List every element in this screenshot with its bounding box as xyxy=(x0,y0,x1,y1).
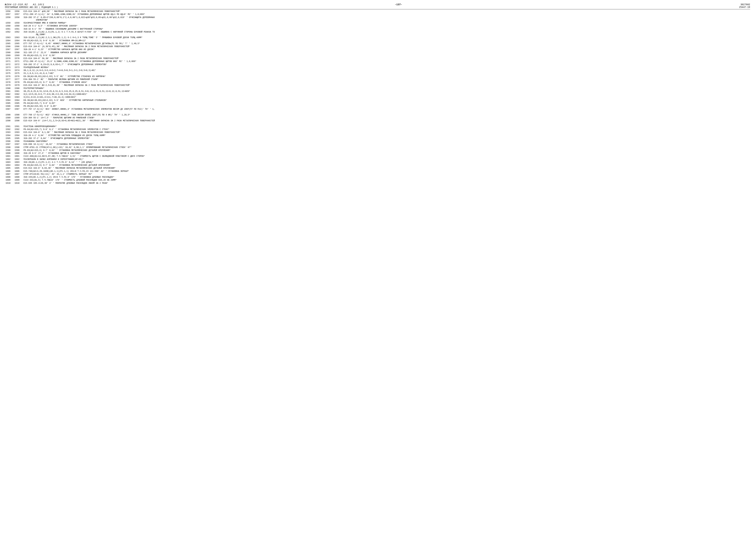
doc-name: А1.16t1 xyxy=(33,3,44,6)
row-content: С122-331(А1,5) Т.Ч.ТАБ16' 176' ' СТОИМОС… xyxy=(23,179,750,182)
table-row: 15801580П2#ТЕРРИСТОРНАЯ#* xyxy=(5,87,750,90)
row-content: Е15-614 164-8' (14+7,5),2,5+(0,03+0,05+Ф… xyxy=(23,119,750,125)
row-num1: 1594 xyxy=(5,134,14,137)
row-content: П2#КАБИНЫ САНУЗЛОВ#* xyxy=(23,140,750,143)
row-content: Е34-304 55-1' 14+7,5' ' ПОКРЫТИЕ ЩИТАМИ … xyxy=(23,116,750,119)
row-num1: 1574 xyxy=(5,69,14,72)
row-num2: 1557 xyxy=(14,13,23,16)
row-content: Э11-183 27-1' 22,9' ' ОБШИВКА КАРКАСА ЩИ… xyxy=(23,51,750,54)
table-row: 15941594Э10-28 4-1' 0,04' ' УСТРОЙСТВО Н… xyxy=(5,134,750,137)
row-num1: 1599 xyxy=(5,149,14,152)
table-row: 15741574Х0,1,0,12,(4,6+3,3+3,4+3+2,7+4+0… xyxy=(5,69,750,72)
row-num2: 1556 xyxy=(14,10,23,13)
row-num2: 1583 xyxy=(14,96,23,99)
row-num2: 1564 xyxy=(14,39,23,42)
row-content: Е8-38(А2=30,83)(Н2=2,63) 5-5' Ф20' ' УСТ… xyxy=(23,99,750,102)
row-content: Э10-32(А5.1,2)(А2.2,3)(П1.1,2) 6-1 Т.Ч.П… xyxy=(23,31,750,36)
row-num1: 1566 xyxy=(5,45,14,48)
table-row: 16081608Э10-155(А5.1,2)(Р1.1,2) 29=6 Т.Ч… xyxy=(5,176,750,179)
row-num2: 1586 xyxy=(14,105,23,108)
row-num2: 1592 xyxy=(14,128,23,131)
row-num2: 1608 xyxy=(14,176,23,179)
row-content: Х(2,12+5,01,6+3,77,6+6,98,2+2,69,3+0,94,… xyxy=(23,93,750,96)
row-num2: 1596 xyxy=(14,140,23,143)
row-num1: 1576 xyxy=(5,75,14,78)
row-num2: 1610 xyxy=(14,182,23,185)
row-num2: 1575 xyxy=(14,72,23,75)
table-row: 15911591П2#СТЕНА КИНОПРОЕКЦИОННАЯ#* xyxy=(5,125,750,128)
row-num2: 1597 xyxy=(14,143,23,146)
row-content: Э10-28 8-5' 27,3' ' УСТАНОВКА ЩИТОВ В СА… xyxy=(23,152,750,155)
row-num1: 1588 xyxy=(5,114,14,116)
row-num1: 1561 xyxy=(5,27,14,31)
row-content: Е15-740(А2=3,29,102Ф)(А5.1,1)(Р1.1,1) 20… xyxy=(23,170,750,173)
row-num2: 1579 xyxy=(14,84,23,87)
row-content: Х0,25,0,25,0,51,12+0,25,0,51,0,5,3+0,25,… xyxy=(23,90,750,93)
row-num2: 1601 xyxy=(14,155,23,158)
row-content: Р6-83(А2=315,6) 9-7' 0,01' ' УСТАНОВКА У… xyxy=(23,81,750,84)
table-row: 16091609С122-331(А1,5) Т.Ч.ТАБ16' 176' '… xyxy=(5,179,750,182)
row-num2: 1602 xyxy=(14,158,23,161)
row-num1: 1557 xyxy=(5,13,14,16)
row-num2: 1559 xyxy=(14,22,23,24)
row-content: ЕТ7-767 17-4(=1)' Ф21' 489Ф27,8Ф6Ф1,8' У… xyxy=(23,108,750,114)
table-row: 16101610Е15-635 165-4=20,30' 4' ' ПОКРЫТ… xyxy=(5,182,750,185)
row-num2: 1600 xyxy=(14,152,23,155)
row-num2: 1576 xyxy=(14,75,23,78)
row-num2: 1584 xyxy=(14,99,23,102)
row-num2: 1571 xyxy=(14,60,23,63)
row-num2: 1604 xyxy=(14,164,23,167)
row-num1: 1573 xyxy=(5,66,14,69)
row-num1: 1608 xyxy=(5,176,14,179)
table-row: 15631563Э10-32(А5.1,2)(А2.2,3,1,3Ф)(П1.1… xyxy=(5,36,750,39)
table-row: 15671567Э10-28 4-1' 0,23' ' УСТРОЙСТВО К… xyxy=(5,48,750,51)
row-content: Р6-83(А2=315,6) 9-7' 0,02' ' УСТАНОВКА М… xyxy=(23,149,750,152)
table-row: 15901590Е15-614 164-8' (14+7,5),2,5+(0,0… xyxy=(5,119,750,125)
row-content: Е15-635 165-4=20,30' 4' ' ПОКРЫТИЕ ДУБОВ… xyxy=(23,182,750,185)
row-num2: 1594 xyxy=(14,134,23,137)
row-num1: 1591 xyxy=(5,125,14,128)
table-row: 15571557ЕТ11-286 47-1(=1)' 34' 0,58Ф0,42… xyxy=(5,13,750,16)
table-row: 15641564Р6-85(А2=315,3) 9-9' 0,36' ' УСТ… xyxy=(5,39,750,42)
row-content: Р6-84(А2=315,7) 9-8' 0,03* xyxy=(23,102,750,105)
row-num1: 1609 xyxy=(5,179,14,182)
row-content: Е15-614 164-8' 0,1,30' ' МАСЛЯНАЯ ОКРАСК… xyxy=(23,131,750,134)
row-num2: 1587 xyxy=(14,108,23,114)
row-num2: 1581 xyxy=(14,90,23,93)
row-num1: 1589 xyxy=(5,116,14,119)
row-content: Е15-614 164-8' ф36;30' ' МАСЛЯНАЯ ОКРАСК… xyxy=(23,10,750,13)
table-row: 16001600Э10-28 8-5' 27,3' ' УСТАНОВКА ЩИ… xyxy=(5,152,750,155)
code2: 25447-19 xyxy=(739,6,750,8)
row-num2: 1561 xyxy=(14,27,23,31)
row-num1: 1596 xyxy=(5,140,14,143)
row-content: Х(211,6+22,4+101,4+111,7+48,24,4):1000=Ф… xyxy=(23,96,750,99)
row-num1: 1595 xyxy=(5,137,14,140)
row-num1: 1572 xyxy=(5,63,14,66)
row-num1: 1585 xyxy=(5,102,14,105)
row-content: Р6-83(А2=315,6) 9-7' 0,04' ' УСТАНОВКА М… xyxy=(23,164,750,167)
row-num1: 1558 xyxy=(5,16,14,22)
row-num2: 1599 xyxy=(14,149,23,152)
table-row: 15981598СТПР-НТ01-21 СТР90(Н7=1,90)(=19)… xyxy=(5,146,750,149)
row-content: Э10-202 37-2' 0,04' ' ОГНЕЗАЩИТА ДЕРЕВЯН… xyxy=(23,137,750,140)
row-num1: 1580 xyxy=(5,87,14,90)
header-left: №264-12-318.92 А1.16t1 ПРОГРАММНЫЙ КОМПЛ… xyxy=(5,3,58,8)
row-num2: 1560 xyxy=(14,24,23,27)
table-row: 15651565ЕТ7-767 17-4(=1)' 0,45' 489Ф27,8… xyxy=(5,42,750,45)
table-row: 15921592Р6-84(А2=315,7) 9-8' 0,1' ' УСТА… xyxy=(5,128,750,131)
row-num2: 1582 xyxy=(14,93,23,96)
row-num2: 1593 xyxy=(14,131,23,134)
row-content: Р6-85(А2=315,3) 9-9' 0,56* xyxy=(23,54,750,57)
table-row: 15861586Р6-85(А2=315,93) 9-9' 0,05* xyxy=(5,105,750,108)
code1: 3027602 xyxy=(739,3,750,6)
row-num1: 1601 xyxy=(5,155,14,158)
table-row: 15751575Х1,1,0,6,1+1,41,0,4,7=Ф2* xyxy=(5,72,750,75)
row-num1: 1578 xyxy=(5,81,14,84)
row-content: Е15-614 164-8' 56,30' ' МАСЛЯНАЯ ОКРАСКА… xyxy=(23,57,750,60)
row-num1: 1597 xyxy=(5,143,14,146)
row-num1: 1556 xyxy=(5,10,14,13)
row-content: Э10-32(А5.1,2)(А2.2,3,1,3Ф)(П1.1,2) 6-1 … xyxy=(23,36,750,39)
table-row: 15691569Р6-85(А2=315,3) 9-9' 0,56* xyxy=(5,54,750,57)
table-row: 15591559П2#ЭРКЕСТРОВАЯ ЯМА И КОЖУХИ РАМП… xyxy=(5,22,750,24)
row-content: Е20-696 18-1(=1)' 10,62' ' УСТАНОВКА МЕТ… xyxy=(23,143,750,146)
